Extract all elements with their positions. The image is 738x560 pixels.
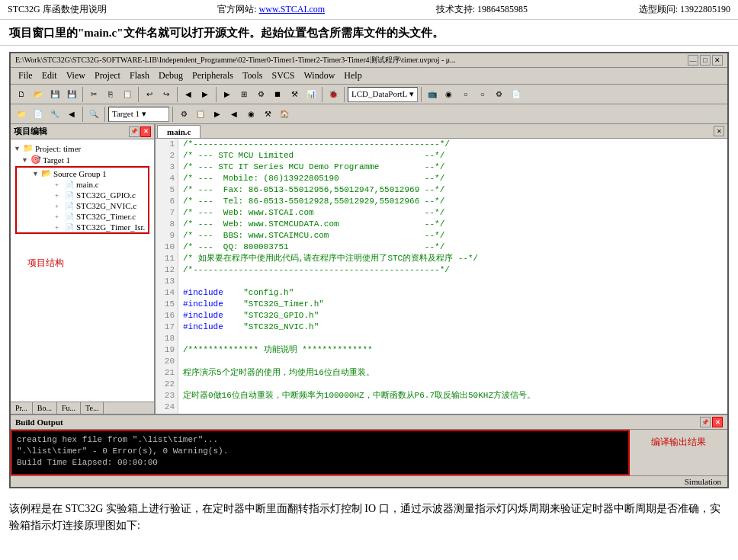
menu-flash[interactable]: Flash bbox=[125, 69, 154, 82]
tb-sep3 bbox=[177, 87, 178, 102]
tb-build5-btn[interactable]: ⚒ bbox=[287, 87, 302, 102]
target-icon: 🎯 bbox=[30, 155, 41, 165]
maximize-button[interactable]: □ bbox=[700, 55, 711, 66]
build-output-panel: Build Output 📌 ✕ creating hex file from … bbox=[11, 414, 727, 475]
panel-tab-templates[interactable]: Te... bbox=[81, 402, 104, 414]
build-line-3: Build Time Elapsed: 00:00:00 bbox=[17, 457, 624, 469]
file-label4: STC32G_Timer.c bbox=[76, 212, 136, 221]
tb-opt2-btn[interactable]: ○ bbox=[458, 87, 473, 102]
build-close-button[interactable]: ✕ bbox=[712, 417, 723, 427]
file-timer-c[interactable]: + 📄 STC32G_Timer.c bbox=[17, 211, 148, 222]
menu-project[interactable]: Project bbox=[90, 69, 125, 82]
tb-opt4-btn[interactable]: ⚙ bbox=[492, 87, 507, 102]
menubar: File Edit View Project Flash Debug Perip… bbox=[11, 68, 727, 85]
tb-save-btn[interactable]: 💾 bbox=[47, 87, 63, 102]
tb-saveall-btn[interactable]: 💾 bbox=[64, 87, 79, 102]
ide-main: 项目编辑 📌 ✕ ▼ 📁 Project: timer ▼ bbox=[11, 124, 727, 414]
tb-t2-btn[interactable]: 📋 bbox=[193, 107, 208, 122]
tb-proj5-btn[interactable]: 🔍 bbox=[86, 107, 101, 122]
tree-project-root[interactable]: ▼ 📁 Project: timer bbox=[14, 142, 151, 154]
panel-tab-books[interactable]: Bo... bbox=[33, 402, 57, 414]
file-timer-isr-c[interactable]: + 📄 STC32G_Timer_Isr. bbox=[17, 222, 148, 232]
tb-t6-btn[interactable]: ⚒ bbox=[260, 107, 275, 122]
menu-svcs[interactable]: SVCS bbox=[267, 69, 299, 82]
panel-header: 项目编辑 📌 ✕ bbox=[11, 124, 154, 139]
tb-sep8 bbox=[82, 107, 83, 122]
project-icon: 📁 bbox=[23, 143, 34, 153]
toolbar-row2: 📁 📄 🔧 ◀ 🔍 Target 1 ▾ ⚙ 📋 ▶ ◀ ◉ ⚒ 🏠 bbox=[11, 104, 727, 124]
panel-tab-project[interactable]: Pr... bbox=[11, 402, 33, 414]
tb-undo-btn[interactable]: ↩ bbox=[142, 87, 157, 102]
tb-nav-fwd-btn[interactable]: ▶ bbox=[197, 87, 213, 102]
panel-tab-funcs[interactable]: Fu... bbox=[57, 402, 81, 414]
tb-sep2 bbox=[138, 87, 139, 102]
file-main-c[interactable]: + 📄 main.c bbox=[17, 179, 148, 190]
tb-nav-back-btn[interactable]: ◀ bbox=[181, 87, 196, 102]
file-nvic-c[interactable]: + 📄 STC32G_NVIC.c bbox=[17, 200, 148, 211]
tb-proj2-btn[interactable]: 📄 bbox=[30, 107, 46, 122]
editor-tab-main-c[interactable]: main.c bbox=[157, 125, 201, 138]
header-bar: STC32G 库函数使用说明 官方网站: www.STCAI.com 技术支持:… bbox=[0, 0, 738, 20]
menu-window[interactable]: Window bbox=[299, 69, 339, 82]
file-expand-icon: + bbox=[55, 181, 63, 188]
tb-t3-btn[interactable]: ▶ bbox=[210, 107, 225, 122]
tb-open-btn[interactable]: 📂 bbox=[30, 87, 46, 102]
code-area[interactable]: 12345 678910 1112131415 1617181920 21222… bbox=[156, 139, 727, 414]
tb-opt3-btn[interactable]: ○ bbox=[475, 87, 490, 102]
tb-build3-btn[interactable]: ⚙ bbox=[253, 87, 268, 102]
build-pin-button[interactable]: 📌 bbox=[700, 417, 711, 427]
tb-cut-btn[interactable]: ✂ bbox=[86, 87, 101, 102]
tb-target-dropdown[interactable]: LCD_DataPortL ▾ bbox=[348, 87, 418, 102]
target-label: Target 1 bbox=[43, 155, 70, 165]
close-button[interactable]: ✕ bbox=[712, 55, 723, 66]
menu-help[interactable]: Help bbox=[339, 69, 366, 82]
tb-t1-btn[interactable]: ⚙ bbox=[176, 107, 191, 122]
tb-sep4 bbox=[216, 87, 217, 102]
menu-edit[interactable]: Edit bbox=[37, 69, 62, 82]
tb-new-btn[interactable]: 🗋 bbox=[14, 87, 29, 102]
tb-paste-btn[interactable]: 📋 bbox=[120, 87, 135, 102]
struct-annotation-area: 项目结构 bbox=[21, 257, 151, 270]
file-expand-icon5: + bbox=[55, 223, 63, 231]
ide-statusbar: Simulation bbox=[11, 475, 727, 487]
menu-debug[interactable]: Debug bbox=[154, 69, 188, 82]
tb-t4-btn[interactable]: ◀ bbox=[226, 107, 242, 122]
tb-lcd-btn[interactable]: 📺 bbox=[425, 87, 440, 102]
build-title: Build Output bbox=[15, 418, 63, 427]
tb-proj3-btn[interactable]: 🔧 bbox=[47, 107, 63, 122]
advisor-label: 选型顾问: 13922805190 bbox=[639, 3, 730, 16]
menu-view[interactable]: View bbox=[62, 69, 90, 82]
tb-t5-btn[interactable]: ◉ bbox=[243, 107, 258, 122]
tree-source-group[interactable]: ▼ 📂 Source Group 1 bbox=[17, 168, 148, 179]
tb-build6-btn[interactable]: 📊 bbox=[303, 87, 319, 102]
panel-pin-button[interactable]: 📌 bbox=[129, 126, 140, 137]
tb-t7-btn[interactable]: 🏠 bbox=[277, 107, 292, 122]
menu-tools[interactable]: Tools bbox=[238, 69, 268, 82]
tb-proj1-btn[interactable]: 📁 bbox=[14, 107, 29, 122]
tb-target2-dropdown[interactable]: Target 1 ▾ bbox=[108, 107, 169, 122]
toolbar-row1: 🗋 📂 💾 💾 ✂ ⎘ 📋 ↩ ↪ ◀ ▶ ▶ ⊞ ⚙ ⏹ ⚒ 📊 🐞 LCD_… bbox=[11, 85, 727, 104]
file-expand-icon2: + bbox=[55, 191, 63, 199]
file-gpio-c[interactable]: + 📄 STC32G_GPIO.c bbox=[17, 190, 148, 200]
tb-redo-btn[interactable]: ↪ bbox=[159, 87, 174, 102]
build-annotation-container: 编译输出结果 bbox=[630, 430, 727, 455]
tree-target[interactable]: ▼ 🎯 Target 1 bbox=[14, 154, 151, 165]
build-output-row: creating hex file from ".\list\timer"...… bbox=[11, 430, 727, 475]
tb-build-btn[interactable]: ▶ bbox=[220, 87, 235, 102]
menu-peripherals[interactable]: Peripherals bbox=[188, 69, 238, 82]
tb-build4-btn[interactable]: ⏹ bbox=[270, 87, 285, 102]
tb-copy-btn[interactable]: ⎘ bbox=[103, 87, 118, 102]
panel-close-button[interactable]: ✕ bbox=[140, 126, 151, 137]
tb-proj4-btn[interactable]: ◀ bbox=[64, 107, 79, 122]
minimize-button[interactable]: — bbox=[688, 55, 698, 66]
editor-close-button[interactable]: ✕ bbox=[714, 126, 724, 136]
line-numbers: 12345 678910 1112131415 1617181920 21222… bbox=[156, 139, 178, 414]
tb-opt1-btn[interactable]: ◉ bbox=[441, 87, 457, 102]
tb-opt5-btn[interactable]: 📄 bbox=[509, 87, 524, 102]
ide-body: 项目编辑 📌 ✕ ▼ 📁 Project: timer ▼ bbox=[11, 124, 727, 487]
tb-build2-btn[interactable]: ⊞ bbox=[236, 87, 252, 102]
website-link[interactable]: www.STCAI.com bbox=[259, 4, 326, 14]
menu-file[interactable]: File bbox=[14, 69, 37, 82]
tb-debug-btn[interactable]: 🐞 bbox=[326, 87, 341, 102]
simulation-status: Simulation bbox=[685, 477, 721, 486]
